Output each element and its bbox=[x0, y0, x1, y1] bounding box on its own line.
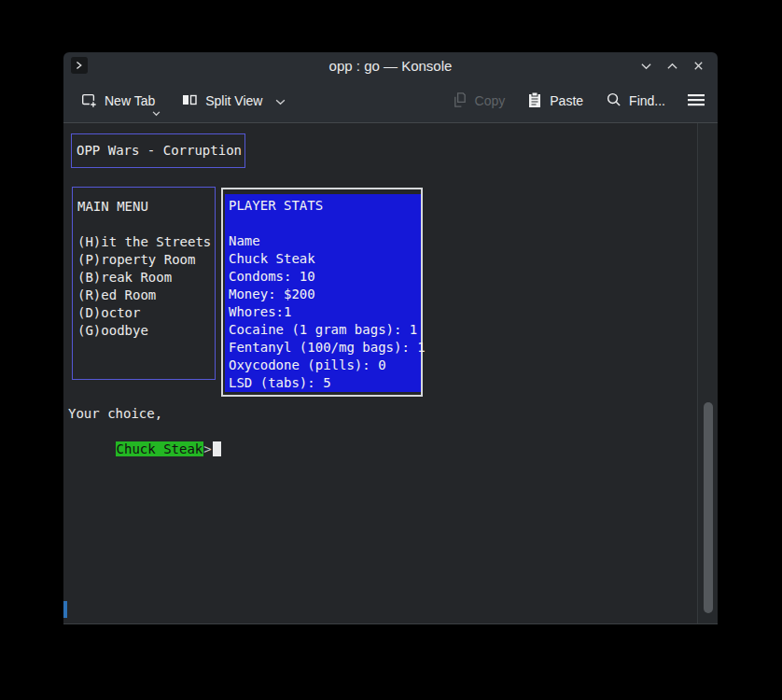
paste-label: Paste bbox=[550, 93, 583, 108]
stat-player-name: Chuck Steak bbox=[229, 250, 421, 268]
player-stats-title: PLAYER STATS bbox=[229, 197, 421, 215]
split-view-chevron-down-icon bbox=[275, 93, 286, 108]
main-menu-box: MAIN MENU (H)it the Streets (P)roperty R… bbox=[72, 187, 216, 380]
menu-item-hit-streets: (H)it the Streets bbox=[77, 233, 215, 251]
menu-item-goodbye: (G)oodbye bbox=[77, 322, 215, 340]
titlebar[interactable]: opp : go — Konsole bbox=[63, 52, 718, 79]
player-stats-panel: PLAYER STATS Name Chuck Steak Condoms: 1… bbox=[225, 194, 421, 392]
terminal-display[interactable]: OPP Wars - Corruption MAIN MENU (H)it th… bbox=[63, 123, 718, 623]
stat-condoms: Condoms: 10 bbox=[229, 268, 421, 286]
menu-item-break-room: (B)reak Room bbox=[77, 269, 215, 287]
stat-money: Money: $200 bbox=[229, 286, 421, 303]
find-button[interactable]: Find... bbox=[606, 91, 665, 110]
copy-button: Copy bbox=[452, 91, 506, 111]
menu-item-property-room: (P)roperty Room bbox=[77, 251, 215, 269]
window-title: opp : go — Konsole bbox=[63, 52, 718, 79]
blank-line bbox=[77, 216, 215, 233]
menu-item-doctor: (D)octor bbox=[77, 304, 215, 322]
prompt-input-line[interactable]: Chuck Steak> bbox=[68, 423, 221, 476]
search-magnifier-icon bbox=[606, 91, 621, 110]
stat-oxycodone: Oxycodone (pills): 0 bbox=[229, 357, 421, 374]
paste-button[interactable]: Paste bbox=[527, 91, 583, 111]
highlighted-player-name: Chuck Steak bbox=[116, 441, 204, 456]
maximize-button[interactable] bbox=[662, 56, 682, 77]
scrollbar-track[interactable] bbox=[698, 123, 718, 623]
terminal-cursor bbox=[213, 441, 221, 456]
paste-clipboard-icon bbox=[527, 91, 542, 111]
konsole-window: opp : go — Konsole bbox=[63, 52, 718, 624]
new-tab-chevron-down-icon[interactable] bbox=[152, 105, 161, 119]
menu-item-red-room: (R)ed Room bbox=[77, 287, 215, 304]
stat-whores: Whores:1 bbox=[229, 303, 421, 321]
minimize-button[interactable] bbox=[635, 56, 656, 77]
stat-lsd: LSD (tabs): 5 bbox=[229, 374, 421, 392]
split-view-icon bbox=[181, 92, 198, 110]
new-tab-button[interactable]: New Tab bbox=[80, 91, 155, 111]
split-view-button[interactable]: Split View bbox=[181, 92, 286, 110]
prompt-caret: > bbox=[203, 441, 211, 456]
new-tab-icon bbox=[80, 91, 97, 111]
close-button[interactable] bbox=[688, 56, 708, 77]
stat-cocaine: Cocaine (1 gram bags): 1 bbox=[229, 321, 421, 339]
prompt-text: Your choice, bbox=[68, 405, 162, 423]
blank-line bbox=[229, 215, 421, 232]
hamburger-icon bbox=[688, 93, 705, 109]
scrollbar-thumb[interactable] bbox=[704, 402, 713, 613]
game-title: OPP Wars - Corruption bbox=[77, 142, 242, 160]
find-label: Find... bbox=[629, 93, 665, 108]
split-view-label: Split View bbox=[205, 93, 262, 108]
game-title-box: OPP Wars - Corruption bbox=[71, 133, 245, 168]
toolbar: New Tab Split View bbox=[63, 79, 718, 123]
stat-name-label: Name bbox=[229, 232, 421, 250]
window-controls bbox=[635, 52, 708, 79]
copy-icon bbox=[452, 91, 468, 111]
main-menu-title: MAIN MENU bbox=[77, 198, 215, 216]
copy-label: Copy bbox=[475, 93, 506, 108]
player-stats-box: PLAYER STATS Name Chuck Steak Condoms: 1… bbox=[221, 188, 423, 397]
stat-fentanyl: Fentanyl (100/mg bags): 1 bbox=[229, 339, 421, 357]
hamburger-menu-button[interactable] bbox=[688, 93, 705, 109]
new-tab-label: New Tab bbox=[105, 93, 155, 108]
new-output-indicator bbox=[63, 601, 67, 618]
